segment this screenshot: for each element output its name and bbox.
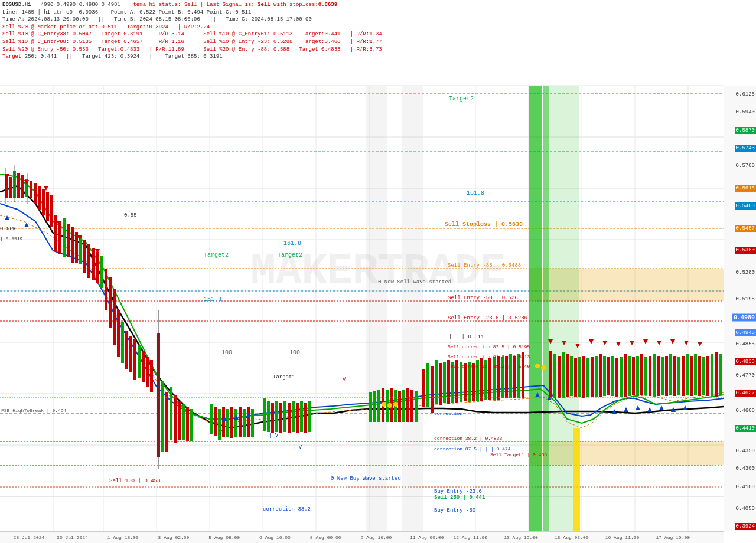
- svg-rect-193: [706, 356, 709, 396]
- sell100-label: Sell 100 | 0.453: [109, 478, 160, 484]
- svg-rect-131: [426, 363, 429, 407]
- corr-label-mid: correction: [434, 411, 462, 416]
- chart-container: MAKERTRADE EOSUSD.H1 4990 0.4990 0.4980 …: [0, 0, 756, 543]
- time-aug17: 17 Aug 19:00: [656, 535, 690, 540]
- sell-line-3: Sell %10 @ C_Entry88: 0.5185 Target:0.46…: [2, 38, 754, 46]
- svg-rect-175: [632, 357, 635, 395]
- svg-rect-52: [30, 181, 32, 198]
- sell-corr-618-label: Sell correction 61.8 | 0.5113: [448, 354, 530, 359]
- time-aug5: 5 Aug 08:00: [208, 535, 240, 540]
- svg-rect-100: [230, 407, 233, 438]
- svg-rect-48: [13, 171, 16, 198]
- svg-rect-112: [288, 403, 291, 433]
- time-jul30: 30 Jul 2024: [57, 535, 88, 540]
- svg-rect-191: [698, 356, 701, 396]
- price-0570: 0.5700: [736, 163, 755, 169]
- svg-rect-80: [133, 339, 136, 380]
- svg-rect-116: [304, 403, 307, 433]
- p100-mid-label: 100: [289, 349, 300, 356]
- svg-rect-104: [247, 407, 250, 437]
- svg-rect-165: [591, 357, 594, 397]
- svg-rect-88: [165, 392, 168, 452]
- target2-mid-label: Target2: [278, 252, 302, 259]
- svg-rect-82: [142, 351, 145, 382]
- svg-rect-158: [562, 352, 565, 398]
- v-label-1: V: [343, 377, 346, 382]
- svg-point-233: [541, 365, 546, 370]
- svg-rect-90: [174, 395, 177, 443]
- svg-rect-63: [63, 218, 66, 257]
- svg-rect-178: [644, 357, 647, 395]
- price-target2-colored: 0.5870: [735, 127, 756, 134]
- svg-rect-168: [603, 356, 606, 396]
- time-jul28: 28 Jul 2024: [14, 535, 45, 540]
- svg-rect-94: [190, 409, 193, 441]
- svg-rect-62: [58, 221, 61, 254]
- buy-entry-236-label: Buy Entry -23.6: [434, 489, 482, 495]
- price-0520: 0.5195: [736, 296, 755, 302]
- svg-rect-133: [435, 360, 438, 404]
- svg-rect-177: [640, 354, 643, 395]
- svg-point-229: [382, 402, 386, 407]
- svg-rect-61: [54, 215, 57, 251]
- svg-rect-83: [146, 357, 149, 387]
- svg-rect-87: [161, 381, 164, 452]
- svg-rect-119: [373, 391, 376, 422]
- price-0460: 0.4605: [736, 408, 755, 414]
- svg-rect-84: [150, 360, 153, 392]
- price-stoploss-colored: 0.5615: [735, 185, 756, 192]
- price-0534-colored: 0.5360: [735, 247, 756, 254]
- price-axis: 0.6125 0.5940 0.5870 0.5743 0.5700 0.561…: [724, 86, 756, 531]
- sell-entry-88-label: Sell Entry -88 | 0.5488: [448, 263, 521, 269]
- iv-label-2: | V: [269, 433, 279, 439]
- svg-rect-68: [83, 240, 86, 273]
- svg-rect-167: [599, 354, 602, 397]
- svg-rect-130: [422, 369, 425, 407]
- price-0494-colored: 0.4940: [735, 329, 756, 336]
- svg-point-230: [387, 403, 392, 408]
- price-0430: 0.4300: [736, 466, 755, 472]
- svg-rect-98: [222, 407, 225, 437]
- svg-rect-111: [284, 401, 286, 432]
- time-aug1: 1 Aug 18:00: [107, 535, 139, 540]
- svg-rect-134: [439, 363, 442, 405]
- price-entry88-colored: 0.5457: [735, 225, 756, 232]
- price-0528: 0.5280: [736, 270, 755, 276]
- sell-entry-236-label: Sell Entry -23.6 | 0.5286: [448, 315, 527, 321]
- sell-250-label: Sell 250 | 0.441: [434, 495, 485, 501]
- price-current-colored: 0.4980: [732, 313, 756, 321]
- svg-rect-128: [410, 390, 413, 422]
- svg-rect-91: [178, 401, 181, 440]
- svg-rect-188: [686, 354, 689, 395]
- svg-rect-157: [558, 356, 561, 398]
- svg-rect-129: [415, 391, 418, 422]
- buy-entry-50-label: Buy Entry -50: [434, 508, 475, 513]
- sell-entry-50-label: Sell Entry -50 | 0.536: [448, 295, 518, 301]
- svg-rect-150: [505, 356, 508, 398]
- svg-rect-74: [109, 277, 112, 328]
- fsb-label: FSB-HighToBreak | 0.494: [1, 408, 67, 413]
- iv-label-1: | V: [213, 430, 223, 436]
- price-0485: 0.4855: [736, 341, 755, 347]
- svg-rect-67: [79, 236, 82, 264]
- svg-rect-76: [117, 310, 120, 357]
- price-0410: 0.4100: [736, 484, 755, 490]
- svg-rect-173: [624, 354, 627, 397]
- p161-mid-label: 161.8: [284, 240, 301, 247]
- svg-rect-185: [673, 356, 676, 396]
- svg-rect-114: [296, 403, 299, 433]
- time-aug6: 6 Aug 16:00: [259, 535, 291, 540]
- target2-label-right: Target2: [449, 96, 474, 102]
- svg-rect-192: [702, 357, 705, 395]
- svg-rect-69: [87, 244, 90, 278]
- svg-rect-41: [543, 86, 549, 531]
- target2-left-label: Target2: [204, 252, 229, 259]
- svg-rect-170: [611, 356, 614, 396]
- svg-rect-163: [582, 356, 585, 398]
- time-aug9: 9 Aug 16:00: [361, 535, 392, 540]
- svg-rect-164: [586, 358, 589, 397]
- svg-rect-40: [529, 86, 542, 531]
- time-aug8: 8 Aug 00:00: [310, 535, 341, 540]
- svg-rect-44: [366, 86, 387, 531]
- svg-rect-57: [50, 195, 53, 227]
